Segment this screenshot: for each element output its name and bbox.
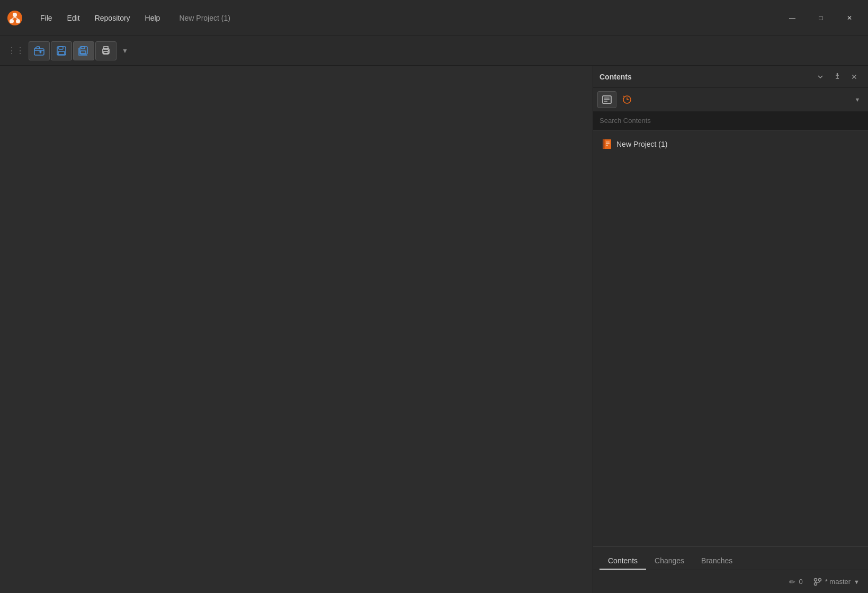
svg-point-17 bbox=[837, 73, 838, 75]
svg-rect-8 bbox=[59, 47, 63, 49]
menu-edit[interactable]: Edit bbox=[61, 11, 86, 25]
svg-rect-9 bbox=[58, 51, 65, 55]
window-title: New Project (1) bbox=[179, 14, 230, 22]
svg-rect-14 bbox=[104, 47, 108, 49]
branch-icon bbox=[813, 578, 822, 586]
svg-point-32 bbox=[818, 578, 821, 581]
toolbar-more-dropdown[interactable]: ▼ bbox=[118, 41, 132, 60]
tab-changes[interactable]: Changes bbox=[646, 553, 693, 570]
maximize-button[interactable]: □ bbox=[809, 10, 833, 26]
branch-name: * master bbox=[825, 578, 851, 586]
save-all-button[interactable] bbox=[73, 41, 94, 60]
history-view-button[interactable] bbox=[618, 91, 637, 108]
svg-point-1 bbox=[13, 13, 17, 17]
svg-point-2 bbox=[10, 19, 14, 23]
panel-header: Contents ✕ bbox=[593, 66, 868, 88]
svg-rect-15 bbox=[104, 51, 108, 54]
svg-point-3 bbox=[16, 19, 20, 23]
panel-title: Contents bbox=[599, 73, 813, 81]
panel-tabs: Contents Changes Branches bbox=[593, 546, 868, 570]
svg-rect-30 bbox=[602, 140, 604, 148]
svg-point-31 bbox=[814, 578, 817, 581]
print-button[interactable] bbox=[95, 41, 117, 60]
open-button[interactable] bbox=[29, 41, 50, 60]
branch-status[interactable]: * master ▼ bbox=[813, 578, 860, 586]
pencil-icon: ✏ bbox=[789, 578, 795, 586]
editor-area bbox=[0, 66, 593, 593]
tree-item-label: New Project (1) bbox=[616, 140, 667, 148]
edit-count-status[interactable]: ✏ 0 bbox=[789, 578, 802, 586]
panel-view-dropdown[interactable]: ▼ bbox=[851, 93, 864, 106]
search-input[interactable] bbox=[599, 117, 862, 125]
menu-help[interactable]: Help bbox=[139, 11, 167, 25]
tab-branches[interactable]: Branches bbox=[693, 553, 741, 570]
panel-pin-button[interactable] bbox=[830, 70, 845, 83]
svg-rect-11 bbox=[81, 47, 85, 49]
close-button[interactable]: ✕ bbox=[837, 10, 862, 26]
panel-search bbox=[593, 111, 868, 130]
menu-bar: File Edit Repository Help New Project (1… bbox=[34, 11, 780, 25]
svg-point-16 bbox=[108, 50, 109, 51]
svg-point-33 bbox=[814, 582, 817, 585]
panel-close-button[interactable]: ✕ bbox=[847, 70, 862, 83]
window-controls: — □ ✕ bbox=[780, 10, 862, 26]
panel-collapse-button[interactable] bbox=[813, 70, 828, 83]
project-icon bbox=[602, 139, 612, 149]
menu-repository[interactable]: Repository bbox=[88, 11, 137, 25]
title-bar: File Edit Repository Help New Project (1… bbox=[0, 0, 868, 36]
app-logo bbox=[6, 10, 23, 26]
contents-panel: Contents ✕ bbox=[593, 66, 868, 593]
branch-dropdown-icon: ▼ bbox=[854, 579, 860, 585]
toc-view-button[interactable] bbox=[597, 91, 616, 108]
panel-toolbar: ▼ bbox=[593, 88, 868, 111]
toolbar-grip: ⋮⋮ bbox=[4, 43, 28, 58]
svg-rect-12 bbox=[80, 51, 86, 54]
status-bar: ✏ 0 * master ▼ bbox=[593, 570, 868, 593]
tree-item-new-project[interactable]: New Project (1) bbox=[593, 135, 868, 154]
edit-count: 0 bbox=[799, 578, 802, 586]
contents-tree: New Project (1) bbox=[593, 130, 868, 546]
tab-contents[interactable]: Contents bbox=[599, 553, 646, 570]
panel-header-buttons: ✕ bbox=[813, 70, 862, 83]
minimize-button[interactable]: — bbox=[780, 10, 804, 26]
main-area: Contents ✕ bbox=[0, 66, 868, 593]
main-toolbar: ⋮⋮ ▼ bbox=[0, 36, 868, 66]
save-button[interactable] bbox=[51, 41, 72, 60]
menu-file[interactable]: File bbox=[34, 11, 59, 25]
